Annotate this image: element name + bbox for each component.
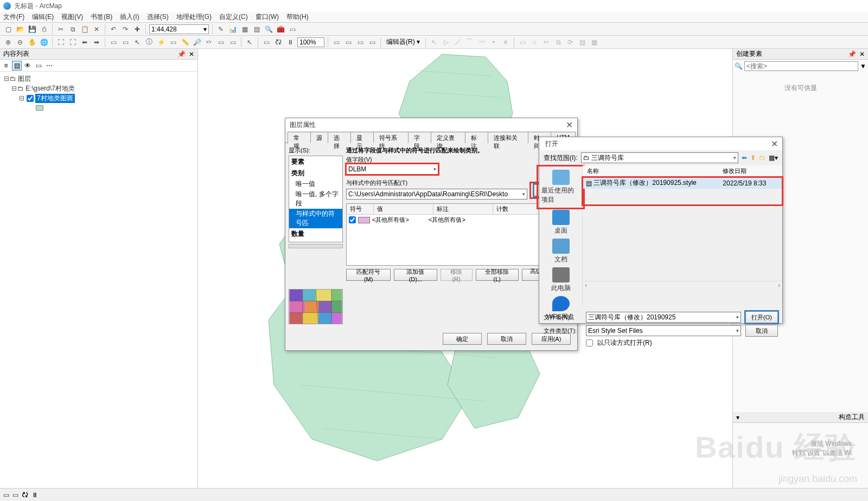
all-other-checkbox[interactable] [349, 216, 356, 223]
layout-view-icon[interactable]: ▭ [12, 491, 18, 499]
layer-props-close-icon[interactable]: ✕ [566, 120, 573, 130]
add-values-button[interactable]: 添加值(D)... [394, 269, 437, 281]
edit-merge-icon[interactable]: ⧉ [553, 37, 563, 47]
toc-close-icon[interactable]: ✕ [189, 50, 194, 58]
edit-sketch-icon[interactable]: ▦ [589, 37, 599, 47]
delete-icon[interactable]: ✕ [92, 24, 101, 34]
undo-icon[interactable]: ↶ [108, 24, 118, 34]
edit-split-icon[interactable]: ✕ [501, 37, 510, 47]
tab-selection[interactable]: 选择 [328, 132, 351, 143]
refresh-icon[interactable]: 🗘 [273, 37, 283, 47]
tab-display[interactable]: 显示 [350, 132, 374, 143]
menu-view[interactable]: 视图(V) [61, 12, 83, 22]
pause-draw-icon[interactable]: ⏸ [31, 491, 38, 499]
fixed-zoom-out-icon[interactable]: ⛶ [68, 37, 78, 47]
tab-fields[interactable]: 字段 [408, 132, 431, 143]
menu-select[interactable]: 选择(S) [147, 12, 169, 22]
place-recent[interactable]: 最近使用的项目 [539, 168, 582, 207]
findxy-icon[interactable]: XY [204, 37, 214, 47]
open-button[interactable]: 打开(O) [745, 311, 778, 323]
toc-pin-icon[interactable]: 📌 [177, 50, 186, 58]
tab-general[interactable]: 常规 [288, 132, 311, 143]
viewer-icon[interactable]: ▭ [228, 37, 238, 47]
measure-icon[interactable]: 📏 [180, 37, 190, 47]
clear-selection-icon[interactable]: ▭ [120, 37, 130, 47]
cf-close-icon[interactable]: ✕ [859, 50, 865, 58]
ok-button[interactable]: 确定 [443, 333, 482, 345]
arrow-icon[interactable]: ↖ [245, 37, 254, 47]
toc-list-by-selection-icon[interactable]: ▭ [34, 61, 43, 70]
open-icon[interactable]: 📂 [15, 24, 25, 34]
back-nav-icon[interactable]: ⬅ [742, 154, 747, 162]
layer-props-titlebar[interactable]: 图层属性 ✕ [285, 118, 577, 131]
add-data-icon[interactable]: ✚ [132, 24, 142, 34]
cf-search-input[interactable] [744, 61, 858, 71]
value-field-combo[interactable]: DLBM▾ [346, 164, 438, 175]
search-icon[interactable]: 🔍 [264, 24, 273, 34]
new-icon[interactable]: ▢ [3, 24, 13, 34]
python-icon[interactable]: ▭ [288, 24, 297, 34]
tab-symbology[interactable]: 符号系统 [373, 132, 408, 143]
edit-attrs-icon[interactable]: ▤ [577, 37, 587, 47]
edit-circle-icon[interactable]: ○ [529, 37, 539, 47]
georef-icon[interactable]: ▭ [331, 37, 341, 47]
identify-icon[interactable]: ⓘ [144, 37, 154, 47]
paste-icon[interactable]: 📋 [80, 24, 90, 34]
refresh-view-icon[interactable]: 🗘 [22, 491, 28, 499]
edit-clip-icon[interactable]: ✂ [541, 37, 551, 47]
copy-icon[interactable]: ⧉ [68, 24, 78, 34]
group-layer[interactable]: E:\gserd\7村地类 [25, 84, 75, 93]
view-menu-icon[interactable]: ▦▾ [769, 154, 778, 162]
readonly-checkbox[interactable] [586, 339, 593, 346]
edit-trace-icon[interactable]: 〰 [477, 37, 487, 47]
find-icon[interactable]: 🔎 [192, 37, 202, 47]
edit-line-icon[interactable]: ／ [453, 37, 463, 47]
place-this-pc[interactable]: 此电脑 [551, 267, 571, 293]
scale-combo[interactable]: 1:44,428▾ [149, 24, 209, 34]
cf-search-icon[interactable]: 🔍 [735, 62, 743, 70]
zoom-in-icon[interactable]: ⊕ [3, 37, 13, 47]
back-icon[interactable]: ⬅ [80, 37, 90, 47]
layer-visibility-checkbox[interactable] [27, 95, 34, 102]
zoom-out-icon[interactable]: ⊖ [15, 37, 25, 47]
layers-root[interactable]: 图层 [18, 74, 31, 84]
edit-point-icon[interactable]: • [489, 37, 499, 47]
georef2-icon[interactable]: ▭ [343, 37, 353, 47]
tab-joins[interactable]: 连接和关联 [488, 132, 528, 143]
filetype-combo[interactable]: Esri Style Set Files▾ [586, 325, 741, 336]
forward-icon[interactable]: ➡ [92, 37, 101, 47]
layer-symbol-swatch[interactable] [36, 105, 43, 111]
toc-list-by-visibility-icon[interactable]: 👁 [23, 61, 33, 70]
place-documents[interactable]: 文档 [552, 239, 570, 264]
pan-icon[interactable]: ✋ [27, 37, 37, 47]
menu-bookmarks[interactable]: 书签(B) [91, 12, 112, 22]
full-extent-icon[interactable]: 🌐 [39, 37, 49, 47]
cf-filter-icon[interactable]: ▼ [860, 62, 866, 70]
menu-geoprocessing[interactable]: 地理处理(G) [176, 12, 212, 22]
open-dlg-close-icon[interactable]: ✕ [771, 139, 778, 149]
match-symbols-button[interactable]: 匹配符号(M) [346, 269, 391, 281]
georef4-icon[interactable]: ▭ [367, 37, 377, 47]
menu-customize[interactable]: 自定义(C) [219, 12, 248, 22]
menu-window[interactable]: 窗口(W) [256, 12, 279, 22]
new-folder-icon[interactable]: 🗀 [759, 154, 765, 162]
hyperlink-icon[interactable]: ⚡ [156, 37, 166, 47]
remove-button[interactable]: 移除(R) [441, 269, 473, 281]
data-view-icon[interactable]: ▭ [3, 491, 9, 499]
zoom-percent[interactable]: 100% [297, 37, 324, 47]
redo-icon[interactable]: ↷ [120, 24, 130, 34]
menu-help[interactable]: 帮助(H) [286, 12, 309, 22]
up-nav-icon[interactable]: ⬆ [750, 154, 756, 162]
symbology-category-list[interactable]: 要素 类别 唯一值 唯一值, 多个字段 与样式中的符号匹 数量 图表 多个属性 [289, 156, 343, 242]
menu-edit[interactable]: 编辑(E) [32, 12, 54, 22]
all-other-swatch[interactable] [358, 217, 370, 223]
edit-rect-icon[interactable]: ▭ [518, 37, 527, 47]
toc-list-by-source-icon[interactable]: ▤ [12, 61, 22, 70]
toc-list-by-drawing-icon[interactable]: ≡ [1, 61, 11, 70]
draw-icon[interactable]: ▭ [261, 37, 271, 47]
feature-layer[interactable]: 7村地类图斑 [35, 94, 75, 103]
catalog-icon[interactable]: ▤ [252, 24, 261, 34]
tab-source[interactable]: 源 [310, 132, 328, 143]
symbol-table[interactable]: 符号 值 标注 计数 <其他所有值> <其他所有值> [346, 203, 559, 266]
col-date[interactable]: 修改日期 [718, 165, 751, 177]
